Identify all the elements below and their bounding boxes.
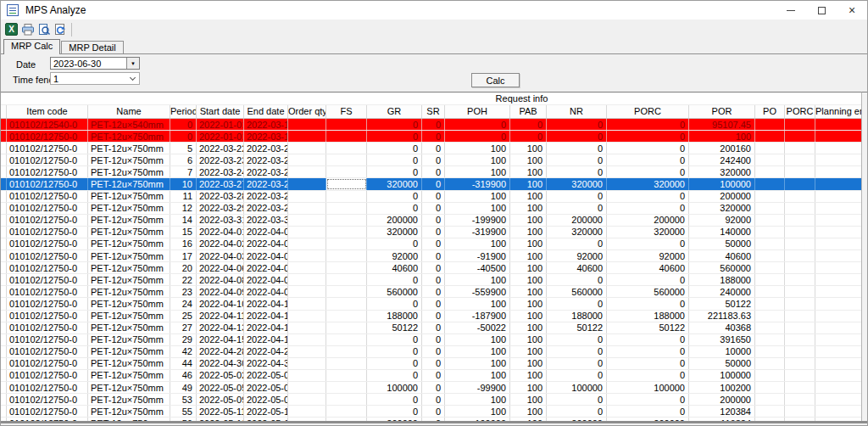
cell[interactable]: [785, 298, 815, 309]
cell[interactable]: 0: [547, 358, 607, 369]
vertical-scrollbar[interactable]: [861, 92, 867, 421]
cell[interactable]: -40500: [445, 262, 510, 273]
cell[interactable]: 010102/12750-0: [7, 178, 88, 189]
cell[interactable]: [755, 298, 785, 309]
cell[interactable]: 2022-04-10: [244, 298, 288, 309]
cell[interactable]: [755, 119, 785, 130]
cell[interactable]: [288, 334, 326, 345]
cell[interactable]: [755, 131, 785, 142]
cell[interactable]: 100: [689, 131, 755, 142]
cell[interactable]: 10: [170, 178, 197, 189]
row-indicator[interactable]: [1, 370, 7, 381]
cell[interactable]: 0: [607, 238, 689, 249]
cell[interactable]: [815, 394, 863, 405]
cell[interactable]: 46: [170, 370, 197, 381]
cell[interactable]: [288, 311, 326, 322]
cell[interactable]: 2022-05-11: [197, 406, 244, 417]
cell[interactable]: [785, 178, 815, 189]
cell[interactable]: 2022-04-28: [197, 346, 244, 357]
cell[interactable]: [326, 346, 367, 357]
cell[interactable]: 100: [445, 394, 510, 405]
cell[interactable]: 0: [422, 322, 445, 334]
cell[interactable]: 2022-03-31: [244, 215, 288, 226]
cell[interactable]: 0: [547, 334, 607, 345]
row-indicator[interactable]: [1, 358, 7, 369]
cell[interactable]: PET-12u×750mm: [88, 322, 170, 334]
cell[interactable]: 391650: [689, 334, 755, 345]
cell[interactable]: 2022-04-06: [244, 262, 288, 273]
cell[interactable]: 010102/12750-0: [7, 406, 88, 417]
cell[interactable]: 0: [422, 250, 445, 261]
cell[interactable]: [815, 215, 863, 226]
table-row[interactable]: 010102/12750-0PET-12u×750mm102022-03-272…: [1, 178, 863, 190]
cell[interactable]: 50122: [367, 322, 422, 334]
cell[interactable]: [785, 250, 815, 261]
row-indicator[interactable]: [1, 203, 7, 214]
cell[interactable]: 0: [367, 298, 422, 309]
cell[interactable]: [785, 370, 815, 381]
cell[interactable]: 2022-03-28: [244, 191, 288, 202]
cell[interactable]: -319900: [445, 227, 510, 238]
cell[interactable]: [755, 203, 785, 214]
cell[interactable]: 200160: [689, 143, 755, 154]
cell[interactable]: 0: [422, 178, 445, 189]
cell[interactable]: 92000: [607, 250, 689, 261]
cell[interactable]: 0: [547, 238, 607, 249]
cell[interactable]: 0: [367, 154, 422, 165]
cell[interactable]: [785, 227, 815, 238]
cell[interactable]: 100: [510, 346, 547, 357]
cell[interactable]: 100: [510, 227, 547, 238]
cell[interactable]: 0: [445, 131, 510, 142]
cell[interactable]: 100: [510, 143, 547, 154]
column-header-end-date[interactable]: End date: [244, 105, 288, 118]
cell[interactable]: [785, 358, 815, 369]
cell[interactable]: 20: [170, 262, 197, 273]
column-header-name[interactable]: Name: [88, 105, 170, 118]
cell[interactable]: 6: [170, 154, 197, 165]
row-indicator[interactable]: [1, 143, 7, 154]
cell[interactable]: 2022-04-08: [197, 274, 244, 285]
cell[interactable]: 560000: [607, 286, 689, 297]
table-row[interactable]: 010102/12750-0PET-12u×750mm02022-01-0120…: [1, 131, 863, 143]
cell[interactable]: 100: [510, 322, 547, 334]
cell[interactable]: 2022-04-10: [197, 298, 244, 309]
cell[interactable]: [815, 262, 863, 273]
cell[interactable]: 010102/12750-0: [7, 286, 88, 297]
cell[interactable]: [815, 346, 863, 357]
cell[interactable]: 100000: [689, 370, 755, 381]
cell[interactable]: 2022-03-24: [244, 166, 288, 177]
cell[interactable]: 0: [422, 358, 445, 369]
cell[interactable]: PET-12u×750mm: [88, 262, 170, 273]
cell[interactable]: 0: [607, 166, 689, 177]
table-row[interactable]: 010102/12750-0PET-12u×750mm292022-04-152…: [1, 334, 863, 346]
cell[interactable]: 12: [170, 203, 197, 214]
cell[interactable]: 0: [422, 298, 445, 309]
cell[interactable]: [288, 346, 326, 357]
cell[interactable]: PET-12u×750mm: [88, 298, 170, 309]
cell[interactable]: 10000: [689, 346, 755, 357]
cell[interactable]: [326, 166, 367, 177]
cell[interactable]: [815, 286, 863, 297]
cell[interactable]: 50000: [689, 358, 755, 369]
cell[interactable]: 2022-01-01: [197, 119, 244, 130]
cell[interactable]: 11: [170, 191, 197, 202]
cell[interactable]: -199900: [445, 215, 510, 226]
cell[interactable]: [785, 334, 815, 345]
row-indicator[interactable]: [1, 346, 7, 357]
cell[interactable]: [815, 370, 863, 381]
cell[interactable]: 25: [170, 311, 197, 322]
cell[interactable]: [326, 298, 367, 309]
cell[interactable]: [326, 311, 367, 322]
table-row[interactable]: 010102/12750-0PET-12u×750mm72022-03-2420…: [1, 166, 863, 178]
cell[interactable]: 0: [422, 382, 445, 393]
cell[interactable]: 0: [422, 346, 445, 357]
cell[interactable]: [785, 322, 815, 334]
cell[interactable]: 50000: [689, 238, 755, 249]
cell[interactable]: [755, 178, 785, 189]
cell[interactable]: [755, 274, 785, 285]
cell[interactable]: 188000: [689, 274, 755, 285]
cell[interactable]: 200000: [367, 215, 422, 226]
cell[interactable]: 0: [367, 394, 422, 405]
cell[interactable]: 0: [367, 334, 422, 345]
row-indicator[interactable]: [1, 131, 7, 142]
